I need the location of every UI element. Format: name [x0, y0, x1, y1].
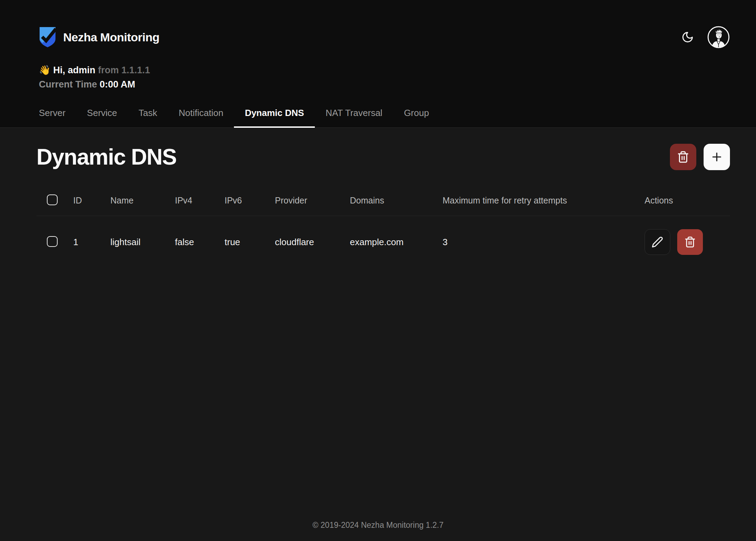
tab-server[interactable]: Server: [28, 108, 76, 127]
current-time-line: Current Time 0:00 AM: [39, 77, 730, 92]
user-avatar-icon: [707, 26, 730, 49]
tab-task[interactable]: Task: [128, 108, 168, 127]
cell-ipv4: false: [175, 237, 225, 248]
tab-group[interactable]: Group: [393, 108, 440, 127]
table-header-row: ID Name IPv4 IPv6 Provider Domains Maxim…: [36, 185, 730, 216]
header: Nezha Monitoring: [0, 0, 756, 128]
col-header-ipv4: IPv4: [175, 195, 225, 206]
plus-icon: [710, 150, 723, 164]
theme-toggle-button[interactable]: [680, 30, 695, 45]
row-actions: [645, 229, 730, 255]
main-content: Dynamic DNS: [0, 128, 756, 268]
col-header-ipv6: IPv6: [225, 195, 275, 206]
current-time-label: Current Time: [39, 79, 97, 90]
greeting-block: 👋 Hi, admin from 1.1.1.1 Current Time 0:…: [39, 63, 730, 92]
avatar[interactable]: [707, 26, 730, 49]
delete-row-button[interactable]: [677, 229, 703, 255]
tab-service[interactable]: Service: [76, 108, 128, 127]
col-header-id: ID: [73, 195, 110, 206]
cell-provider: cloudflare: [275, 237, 350, 248]
trash-icon: [677, 151, 689, 163]
col-header-actions: Actions: [645, 195, 730, 206]
col-header-domains: Domains: [350, 195, 443, 206]
app-root: Nezha Monitoring: [0, 0, 756, 541]
edit-row-button[interactable]: [645, 229, 670, 255]
cell-id: 1: [73, 237, 110, 248]
col-header-provider: Provider: [275, 195, 350, 206]
toolbar: [670, 144, 730, 170]
cell-max-retry: 3: [443, 237, 645, 248]
row-checkbox[interactable]: [47, 236, 58, 247]
current-time-value: 0:00 AM: [100, 79, 135, 90]
col-header-name: Name: [110, 195, 175, 206]
col-header-max-retry: Maximum time for retry attempts: [443, 195, 645, 206]
cell-domains: example.com: [350, 237, 443, 248]
tab-dynamic-dns[interactable]: Dynamic DNS: [234, 108, 315, 127]
table-row: 1 lightsail false true cloudflare exampl…: [36, 216, 730, 268]
tab-nat-traversal[interactable]: NAT Traversal: [315, 108, 393, 127]
greeting-source: from 1.1.1.1: [98, 65, 150, 75]
delete-selected-button[interactable]: [670, 144, 696, 170]
select-all-checkbox[interactable]: [47, 194, 58, 205]
greeting-line: 👋 Hi, admin from 1.1.1.1: [39, 63, 730, 77]
cell-ipv6: true: [225, 237, 275, 248]
shield-check-logo-icon: [39, 26, 56, 48]
brand-name: Nezha Monitoring: [63, 31, 159, 44]
greeting-text: Hi, admin: [53, 65, 95, 75]
moon-icon: [681, 31, 694, 43]
brand[interactable]: Nezha Monitoring: [39, 26, 159, 48]
tab-notification[interactable]: Notification: [168, 108, 234, 127]
cell-name: lightsail: [110, 237, 175, 248]
trash-icon: [684, 236, 696, 248]
pencil-icon: [652, 236, 663, 248]
nav-tabs: Server Service Task Notification Dynamic…: [28, 108, 730, 127]
add-record-button[interactable]: [704, 144, 730, 170]
wave-emoji-icon: 👋: [39, 65, 51, 75]
footer-copyright: © 2019-2024 Nezha Monitoring 1.2.7: [0, 521, 756, 530]
page-title: Dynamic DNS: [36, 144, 176, 170]
ddns-table: ID Name IPv4 IPv6 Provider Domains Maxim…: [36, 185, 730, 268]
